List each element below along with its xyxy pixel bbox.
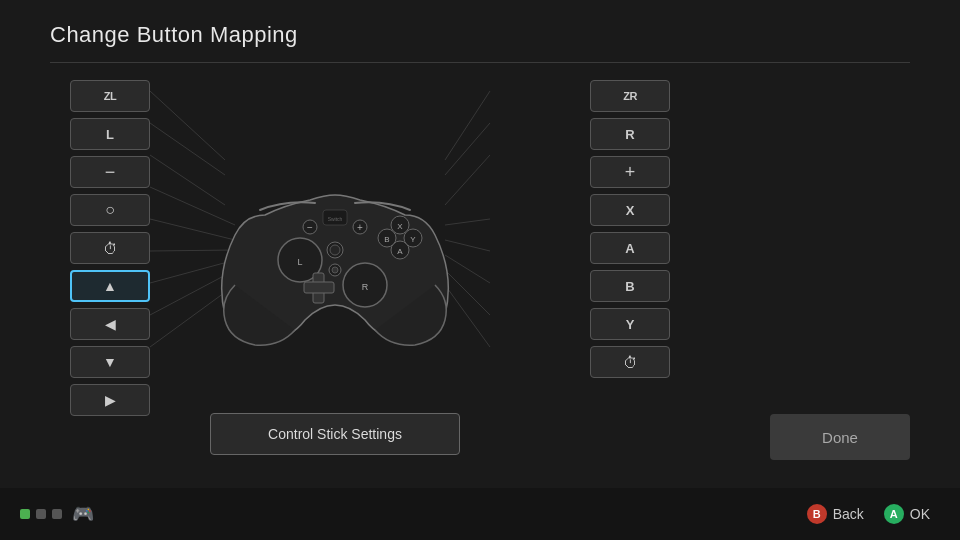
a-button: A	[884, 504, 904, 524]
button-l[interactable]: L	[70, 118, 150, 150]
button-x[interactable]: X	[590, 194, 670, 226]
back-label: Back	[833, 506, 864, 522]
bottom-bar: 🎮 B Back A OK	[0, 488, 960, 540]
svg-text:L: L	[297, 257, 302, 267]
button-a[interactable]: A	[590, 232, 670, 264]
svg-rect-22	[304, 282, 334, 293]
button-zr[interactable]: ZR	[590, 80, 670, 112]
svg-text:Switch: Switch	[328, 216, 343, 222]
status-dot-gray1	[36, 509, 46, 519]
header-divider	[50, 62, 910, 63]
button-rclick[interactable]: ⏱	[590, 346, 670, 378]
button-down[interactable]: ▼	[70, 346, 150, 378]
button-r[interactable]: R	[590, 118, 670, 150]
button-y[interactable]: Y	[590, 308, 670, 340]
right-button-group: ZR R + X A B Y ⏱	[590, 80, 670, 378]
controller-image: L R A B Y X + − Switch	[205, 155, 465, 355]
controller-diagram: L R A B Y X + − Switch	[195, 75, 475, 435]
back-nav[interactable]: B Back	[807, 504, 864, 524]
status-dot-green	[20, 509, 30, 519]
svg-text:+: +	[357, 222, 363, 233]
button-up[interactable]: ▲	[70, 270, 150, 302]
ok-nav[interactable]: A OK	[884, 504, 930, 524]
done-button[interactable]: Done	[770, 414, 910, 460]
svg-text:Y: Y	[410, 235, 416, 244]
button-capture[interactable]: ○	[70, 194, 150, 226]
b-button: B	[807, 504, 827, 524]
controller-status: 🎮	[20, 503, 94, 525]
svg-text:X: X	[397, 222, 403, 231]
ok-label: OK	[910, 506, 930, 522]
page-title: Change Button Mapping	[50, 22, 298, 48]
svg-text:R: R	[362, 282, 369, 292]
gamepad-icon: 🎮	[72, 503, 94, 525]
status-dot-gray2	[52, 509, 62, 519]
button-b[interactable]: B	[590, 270, 670, 302]
button-home[interactable]: ⏱	[70, 232, 150, 264]
button-minus[interactable]: −	[70, 156, 150, 188]
left-button-group: ZL L − ○ ⏱ ▲ ◀ ▼ ▶	[70, 80, 150, 416]
button-plus[interactable]: +	[590, 156, 670, 188]
svg-text:A: A	[397, 247, 403, 256]
button-right[interactable]: ▶	[70, 384, 150, 416]
button-zl[interactable]: ZL	[70, 80, 150, 112]
control-stick-settings-button[interactable]: Control Stick Settings	[210, 413, 460, 455]
svg-text:B: B	[384, 235, 389, 244]
svg-point-40	[332, 267, 338, 273]
button-left[interactable]: ◀	[70, 308, 150, 340]
svg-text:−: −	[307, 222, 313, 233]
bottom-nav: B Back A OK	[807, 504, 930, 524]
svg-point-38	[330, 245, 340, 255]
